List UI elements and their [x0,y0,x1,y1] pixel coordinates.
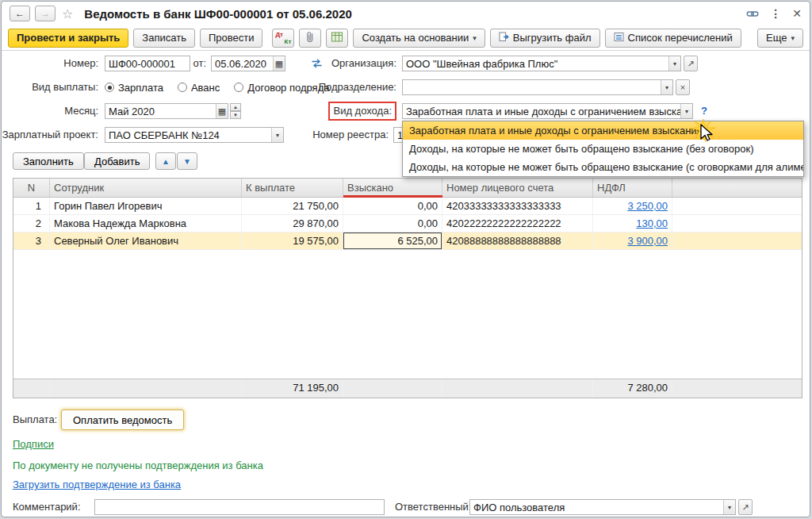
clear-icon: × [680,83,685,92]
write-button[interactable]: Записать [133,29,195,48]
dropdown-arrow-icon[interactable]: ▾ [723,500,735,514]
column-header-employee[interactable]: Сотрудник [50,179,242,197]
stepper-up-icon[interactable]: ▲ [230,103,241,111]
dropdown-option-selected[interactable]: Заработная плата и иные доходы с огранич… [403,121,803,140]
cell-ndfl[interactable]: 3 900,00 [593,233,672,249]
open-responsible-button[interactable]: ↗ [738,499,753,515]
report-grid-icon [331,32,343,44]
pay-statement-button[interactable]: Оплатить ведомость [61,409,184,430]
date-label: от: [193,56,206,71]
column-header-account[interactable]: Номер лицевого счета [442,179,593,197]
column-header-ndfl[interactable]: НДФЛ [593,179,672,197]
income-type-dropdown-list: Заработная плата и иные доходы с огранич… [402,121,804,177]
load-bank-confirmation-link[interactable]: Загрузить подтверждение из банка [13,479,181,490]
move-row-up-button[interactable]: ▲ [155,152,176,170]
responsible-field[interactable]: ФИО пользователя ▾ [469,499,736,515]
calendar-icon[interactable]: ▦ [216,104,228,118]
back-button[interactable]: ← [10,6,30,21]
date-field[interactable]: 05.06.2020 ▦ [211,56,285,71]
fill-button[interactable]: Заполнить [13,152,84,170]
cell-ndfl[interactable]: 3 250,00 [593,198,672,214]
dropdown-arrow-icon[interactable]: ▾ [668,56,680,71]
ndfl-link[interactable]: 3 250,00 [627,200,668,212]
month-value: Май 2020 [105,106,216,117]
forward-button[interactable]: → [35,6,56,21]
attachments-button[interactable] [299,29,321,48]
post-button[interactable]: Провести [200,29,263,48]
dropdown-option[interactable]: Доходы, на которые не может быть обращен… [403,158,803,176]
clear-department-button[interactable]: × [676,79,690,95]
dropdown-arrow-icon[interactable]: ▾ [661,80,672,94]
cell-account[interactable]: 42022222222222222222 [442,215,593,232]
calendar-icon[interactable]: ▦ [273,56,285,71]
cell-n[interactable]: 3 [13,233,50,249]
employees-table: N Сотрудник К выплате Взыскано Номер лиц… [13,178,802,398]
close-icon[interactable]: ✕ [792,8,802,19]
organization-field[interactable]: ООО "Швейная фабрика Плюс" ▾ [402,56,681,71]
ndfl-link[interactable]: 3 900,00 [627,235,668,247]
salary-project-field[interactable]: ПАО СБЕРБАНК №124 ▾ [105,127,284,143]
cell-employee[interactable]: Макова Надежда Марковна [50,215,242,232]
cell-collected[interactable]: 0,00 [343,198,442,214]
cell-payout[interactable]: 29 870,00 [242,215,343,232]
cell-employee[interactable]: Горин Павел Игоревич [50,198,242,214]
responsible-value: ФИО пользователя [470,502,723,513]
cell-collected[interactable]: 0,00 [343,215,442,232]
move-row-down-button[interactable]: ▼ [177,152,197,170]
cell-filler [672,233,802,249]
dropdown-arrow-icon[interactable]: ▾ [680,104,692,118]
column-header-payout[interactable]: К выплате [242,179,343,197]
total-payout: 71 195,00 [242,379,343,398]
more-button[interactable]: Еще ▾ [757,29,803,48]
cell-n[interactable]: 2 [13,215,50,232]
cell-ndfl[interactable]: 130,00 [593,215,672,232]
radio-advance[interactable]: Аванс [178,82,220,94]
show-movements-button[interactable] [326,29,348,48]
caret-down-icon: ▾ [473,34,477,42]
dtkt-icon: ДтКт [273,29,293,47]
transfers-list-button[interactable]: Список перечислений [605,29,741,48]
month-field[interactable]: Май 2020 ▦ [105,103,228,119]
fill-label: Заполнить [23,156,74,167]
up-arrow-icon: ▲ [162,157,170,166]
column-header-collected[interactable]: Взыскано [343,179,442,197]
post-and-close-label: Провести и закрыть [17,32,120,44]
cell-account[interactable]: 42033333333333333333 [442,198,593,214]
create-on-basis-button[interactable]: Создать на основании ▾ [353,29,485,48]
radio-salary[interactable]: Зарплата [105,82,163,94]
date-value: 05.06.2020 [212,58,273,70]
ndfl-link[interactable]: 130,00 [636,217,668,229]
add-label: Добавить [94,156,140,167]
back-icon: ← [15,8,25,19]
dropdown-arrow-icon[interactable]: ▾ [271,128,283,142]
post-and-close-button[interactable]: Провести и закрыть [8,29,128,48]
department-field[interactable]: ▾ [402,79,673,95]
stepper-down-icon[interactable]: ▼ [230,111,241,119]
income-type-field[interactable]: Заработная плата и иные доходы с огранич… [402,103,693,119]
cell-payout[interactable]: 21 750,00 [242,198,343,214]
caret-down-icon: ▾ [791,34,795,42]
column-header-n[interactable]: N [13,179,50,197]
dropdown-option[interactable]: Доходы, на которые не может быть обращен… [403,140,803,158]
cell-payout[interactable]: 19 575,00 [242,233,343,249]
cell-employee[interactable]: Северный Олег Иванович [50,233,242,249]
cell-collected-selected[interactable]: 6 525,00 [343,233,442,249]
cell-account[interactable]: 42088888888888888888 [442,233,593,249]
title-bar: ← → ☆ Ведомость в банк ШФ00-000001 от 05… [2,2,810,25]
add-button[interactable]: Добавить [84,152,150,170]
help-link[interactable]: ? [701,105,707,117]
get-link-icon[interactable] [746,8,759,20]
cell-filler [672,198,802,214]
cell-n[interactable]: 1 [13,198,50,214]
open-organization-button[interactable]: ↗ [684,56,698,71]
comment-input[interactable] [94,499,385,515]
linked-documents-icon[interactable] [311,59,323,71]
number-field[interactable]: ШФ00-000001 [105,56,190,71]
signatures-link[interactable]: Подписи [13,438,54,450]
more-menu-icon[interactable]: ⋮ [770,8,781,19]
radio-contract[interactable]: Договор подряда [234,82,329,94]
favorite-star-icon[interactable]: ☆ [62,6,73,21]
month-label: Месяц: [64,103,98,119]
dtkt-postings-button[interactable]: ДтКт [272,29,294,48]
export-file-button[interactable]: Выгрузить файл [490,29,600,48]
